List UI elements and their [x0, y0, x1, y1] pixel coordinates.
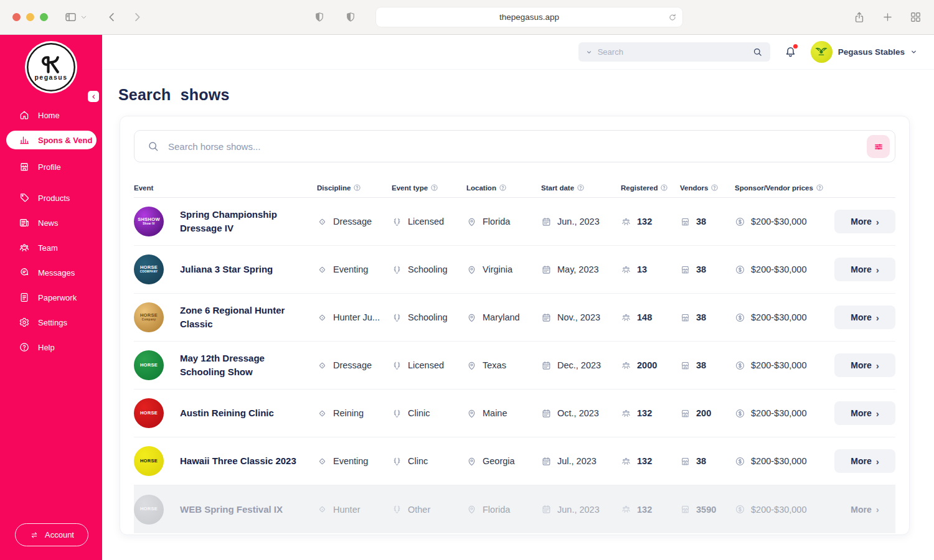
header-registered: Registered — [621, 184, 658, 192]
table-row[interactable]: HORSE COOMPANY Juliana 3 Star Spring Eve… — [134, 246, 895, 294]
sidebar-item-products[interactable]: Products — [0, 185, 102, 210]
table-row[interactable]: HORSE Hawaii Three Classic 2023 Eventing… — [134, 437, 895, 485]
show-search-input[interactable] — [168, 141, 860, 152]
event-name[interactable]: Zone 6 Regional Hunter Classic — [180, 304, 317, 331]
info-icon[interactable] — [710, 184, 719, 192]
info-icon[interactable] — [660, 184, 668, 192]
sidebar-toggle-icon[interactable] — [64, 11, 77, 24]
table-row[interactable]: SHSHOW Show IV Spring Championship Dress… — [134, 198, 895, 246]
sidebar-item-paperwork[interactable]: Paperwork — [0, 285, 102, 310]
new-tab-icon[interactable] — [882, 11, 894, 24]
location-cell: Florida — [466, 217, 541, 227]
event-name[interactable]: Austin Reining Clinic — [180, 406, 317, 420]
more-button[interactable]: More › — [834, 306, 895, 329]
filter-sliders-icon — [873, 141, 884, 152]
close-window-button[interactable] — [12, 13, 21, 21]
more-button[interactable]: More › — [834, 401, 895, 425]
more-button-label: More — [851, 217, 871, 226]
more-button[interactable]: More › — [834, 498, 895, 521]
sidebar-menu-chevron-icon[interactable] — [80, 14, 87, 21]
event-name[interactable]: Spring Championship Dressage IV — [180, 208, 317, 235]
event-name[interactable]: May 12th Dressage Schooling Show — [180, 352, 317, 379]
share-icon[interactable] — [853, 11, 866, 24]
event-type-cell: Licensed — [392, 217, 466, 227]
global-search[interactable] — [578, 42, 770, 62]
sidebar-item-spons-vend[interactable]: Spons & Vend — [6, 131, 97, 149]
event-thumbnail: HORSE COOMPANY — [134, 254, 164, 284]
sidebar-item-label: News — [38, 218, 59, 228]
more-button[interactable]: More › — [834, 449, 895, 473]
vendors-cell: 3590 — [680, 504, 735, 515]
sidebar-item-profile[interactable]: Profile — [0, 154, 102, 179]
sidebar-item-settings[interactable]: Settings — [0, 310, 102, 335]
event-type-value: Licensed — [408, 217, 444, 226]
info-icon[interactable] — [577, 184, 585, 192]
location-pin-icon — [466, 408, 477, 419]
vendors-cell: 38 — [680, 312, 735, 323]
header-event-type: Event type — [392, 184, 428, 192]
more-button[interactable]: More › — [834, 258, 895, 281]
sidebar: pegasus Home Spons & Vend Profile Produc… — [0, 35, 102, 560]
sidebar-item-help[interactable]: Help — [0, 335, 102, 360]
back-button[interactable] — [106, 11, 118, 23]
event-type-cell: Licensed — [392, 360, 466, 371]
zoom-window-button[interactable] — [40, 13, 48, 21]
event-name[interactable]: Hawaii Three Classic 2023 — [180, 454, 317, 468]
shield-icon[interactable] — [314, 11, 325, 24]
info-icon[interactable] — [430, 184, 438, 192]
more-button[interactable]: More › — [834, 353, 895, 377]
price-value: $200-$30,000 — [751, 408, 807, 418]
vendors-value: 38 — [696, 264, 706, 274]
more-button[interactable]: More › — [834, 210, 895, 233]
account-button[interactable]: Account — [15, 523, 88, 546]
calendar-icon — [541, 217, 552, 227]
location-pin-icon — [466, 456, 477, 467]
start-date-value: May, 2023 — [557, 264, 599, 274]
show-search[interactable] — [134, 130, 895, 162]
pegasus-logo[interactable]: pegasus — [27, 43, 75, 91]
org-chevron-icon — [910, 49, 917, 55]
notifications-bell[interactable] — [784, 45, 797, 58]
location-cell: Maryland — [466, 312, 541, 323]
sidebar-item-label: Products — [38, 194, 70, 203]
minimize-window-button[interactable] — [26, 13, 34, 21]
info-icon[interactable] — [353, 184, 361, 192]
discipline-cell: Hunter Ju... — [317, 312, 392, 323]
event-name[interactable]: WEB Spring Festival IX — [180, 503, 317, 516]
global-search-input[interactable] — [598, 47, 747, 57]
sidebar-item-home[interactable]: Home — [0, 103, 102, 128]
org-switcher[interactable]: Pegasus Stables — [811, 41, 917, 63]
info-icon[interactable] — [816, 184, 824, 192]
search-icon[interactable] — [752, 47, 763, 57]
location-cell: Texas — [466, 360, 541, 371]
dollar-circle-icon — [735, 217, 745, 227]
tab-overview-icon[interactable] — [910, 11, 922, 24]
forward-button[interactable] — [131, 11, 143, 23]
location-pin-icon — [466, 360, 477, 371]
table-row[interactable]: HORSE Austin Reining Clinic Reining Clin… — [134, 390, 895, 437]
sidebar-item-messages[interactable]: Messages — [0, 260, 102, 285]
reload-icon[interactable] — [668, 13, 677, 22]
more-button-label: More — [851, 360, 871, 370]
sidebar-collapse-button[interactable] — [88, 91, 99, 102]
registered-cell: 132 — [621, 504, 680, 515]
url-bar[interactable]: thepegasus.app — [376, 7, 682, 27]
table-row[interactable]: HORSE May 12th Dressage Schooling Show D… — [134, 342, 895, 390]
vendor-store-icon — [680, 408, 691, 419]
table-row[interactable]: HORSE WEB Spring Festival IX Hunter Othe… — [134, 485, 895, 533]
sidebar-item-team[interactable]: Team — [0, 235, 102, 260]
shield-icon-2[interactable] — [345, 11, 356, 24]
filter-button[interactable] — [867, 135, 890, 158]
search-scope-chevron-icon[interactable] — [586, 49, 592, 55]
sidebar-item-news[interactable]: News — [0, 210, 102, 235]
info-icon[interactable] — [499, 184, 507, 192]
calendar-icon — [541, 504, 552, 515]
registered-value: 132 — [637, 217, 652, 226]
event-type-value: Clinc — [408, 456, 428, 466]
vendors-cell: 200 — [680, 408, 735, 419]
vendors-value: 200 — [696, 408, 711, 418]
event-name[interactable]: Juliana 3 Star Spring — [180, 263, 317, 276]
search-icon — [147, 140, 159, 152]
table-row[interactable]: HORSE Company Zone 6 Regional Hunter Cla… — [134, 294, 895, 342]
price-cell: $200-$30,000 — [735, 312, 834, 323]
